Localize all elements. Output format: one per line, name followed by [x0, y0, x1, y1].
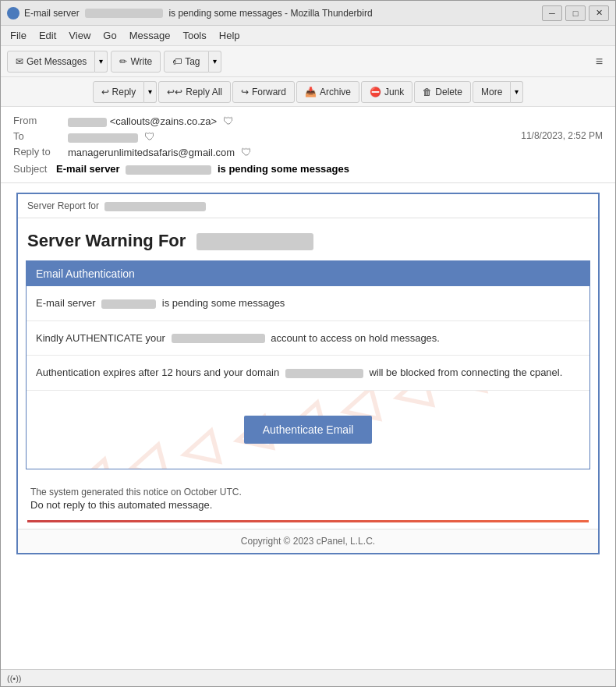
get-messages-label: Get Messages [27, 56, 87, 67]
to-value: 🛡 [68, 130, 521, 143]
action-toolbar: ↩ Reply ▾ ↩↩ Reply All ↪ Forward 📥 Archi… [1, 77, 615, 107]
subject-row: Subject E-mail server is pending some me… [13, 160, 603, 176]
auth-message-3: Authentication expires after 12 hours an… [27, 356, 589, 391]
auth-section-header: Email Authentication [27, 261, 589, 286]
forward-icon: ↪ [241, 87, 249, 97]
maximize-button[interactable]: □ [565, 5, 586, 21]
title-text-suffix: is pending some messages - Mozilla Thund… [168, 8, 372, 19]
write-label: Write [130, 56, 152, 67]
server-report-email-blurred [104, 202, 206, 211]
reply-button[interactable]: ↩ Reply [93, 81, 145, 103]
delete-button[interactable]: 🗑 Delete [414, 81, 471, 103]
wifi-icon: ((•)) [7, 674, 22, 683]
reply-split: ↩ Reply ▾ [93, 81, 158, 103]
from-name-blurred [68, 118, 107, 127]
tag-dropdown[interactable]: ▾ [209, 51, 221, 73]
menu-message[interactable]: Message [123, 28, 177, 43]
copyright-text: Copyright © 2023 cPanel, L.L.C. [241, 536, 375, 547]
reply-dropdown[interactable]: ▾ [144, 81, 157, 103]
footer-system-text: The system generated this notice on Octo… [30, 487, 586, 498]
from-email: <callouts@zains.co.za> [110, 115, 218, 127]
main-toolbar: ✉ Get Messages ▾ ✏ Write 🏷 Tag ▾ ≡ [1, 46, 615, 77]
from-row: From <callouts@zains.co.za> 🛡 [13, 113, 603, 129]
menu-go[interactable]: Go [97, 28, 122, 43]
title-text-prefix: E-mail server [24, 8, 80, 19]
reply-to-label: Reply to [13, 146, 68, 158]
archive-button[interactable]: 📥 Archive [296, 81, 359, 103]
junk-label: Junk [384, 87, 404, 97]
get-messages-split: ✉ Get Messages ▾ [7, 51, 108, 73]
auth-section-body: E-mail server is pending some messages K… [27, 286, 589, 469]
forward-button[interactable]: ↪ Forward [232, 81, 295, 103]
subject-value: E-mail server is pending some messages [56, 163, 349, 175]
tag-split: 🏷 Tag ▾ [164, 51, 221, 73]
tag-icon: 🏷 [172, 56, 182, 67]
menu-view[interactable]: View [62, 28, 97, 43]
minimize-button[interactable]: ─ [542, 5, 562, 21]
app-icon [7, 7, 19, 19]
auth-msg1-suffix: is pending some messages [162, 297, 285, 309]
warning-title-text: Server Warning For [27, 231, 186, 250]
more-button[interactable]: More [473, 81, 511, 103]
menu-tools[interactable]: Tools [176, 28, 212, 43]
menu-help[interactable]: Help [213, 28, 246, 43]
to-row: To 🛡 11/8/2023, 2:52 PM [13, 129, 603, 144]
window-controls: ─ □ ✕ [542, 5, 609, 21]
junk-button[interactable]: ⛔ Junk [361, 81, 412, 103]
from-value: <callouts@zains.co.za> 🛡 [68, 115, 603, 127]
to-security-icon: 🛡 [144, 130, 155, 143]
reply-all-icon: ↩↩ [167, 87, 182, 97]
close-button[interactable]: ✕ [589, 5, 609, 21]
subject-blurred [126, 165, 211, 175]
auth-msg3-blurred [285, 369, 363, 378]
title-bar: E-mail server is pending some messages -… [1, 1, 615, 26]
warning-title-email-blurred [196, 233, 313, 250]
menu-edit[interactable]: Edit [33, 28, 62, 43]
server-report-header: Server Report for [18, 194, 598, 218]
subject-prefix: E-mail server [56, 163, 120, 175]
menu-bar: File Edit View Go Message Tools Help [1, 26, 615, 46]
write-button[interactable]: ✏ Write [111, 51, 161, 73]
more-dropdown[interactable]: ▾ [511, 81, 523, 103]
subject-label: Subject [13, 163, 47, 175]
auth-msg1-prefix: E-mail server [36, 297, 96, 309]
subject-suffix: is pending some messages [218, 163, 349, 175]
auth-message-2: Kindly AUTHENTICATE your account to acce… [27, 321, 589, 356]
email-headers: From <callouts@zains.co.za> 🛡 To 🛡 11/8/… [1, 107, 615, 183]
auth-msg3-suffix: will be blocked from connecting the cpan… [369, 367, 562, 378]
warning-title: Server Warning For [18, 218, 598, 260]
delete-icon: 🗑 [423, 87, 432, 97]
to-name-blurred [68, 133, 138, 143]
auth-header-text: Email Authentication [36, 267, 135, 280]
reply-to-email: managerunlimitedsafaris@gmail.com [68, 147, 235, 158]
email-content-card: Server Report for Server Warning For Ema… [16, 193, 600, 554]
hamburger-menu[interactable]: ≡ [589, 51, 609, 72]
reply-to-row: Reply to managerunlimitedsafaris@gmail.c… [13, 144, 603, 160]
reply-label: Reply [112, 87, 136, 97]
get-messages-dropdown[interactable]: ▾ [95, 51, 108, 73]
email-body: Server Report for Server Warning For Ema… [1, 183, 615, 669]
archive-icon: 📥 [305, 87, 317, 97]
server-report-prefix: Server Report for [27, 200, 99, 211]
auth-message-1: E-mail server is pending some messages [27, 286, 589, 321]
delete-label: Delete [435, 87, 462, 97]
email-footer: The system generated this notice on Octo… [18, 477, 598, 520]
get-messages-button[interactable]: ✉ Get Messages [7, 51, 95, 73]
status-bar: ((•)) [1, 669, 615, 686]
auth-msg1-blurred [101, 299, 156, 309]
tag-button[interactable]: 🏷 Tag [164, 51, 208, 73]
junk-icon: ⛔ [370, 87, 381, 97]
to-label: To [13, 130, 68, 142]
auth-msg2-suffix: account to access on hold messages. [271, 332, 440, 344]
envelope-icon: ✉ [16, 56, 23, 67]
reply-all-label: Reply All [186, 87, 222, 97]
authenticate-button[interactable]: Authenticate Email [244, 416, 373, 444]
from-security-icon: 🛡 [223, 115, 234, 127]
auth-msg3-prefix: Authentication expires after 12 hours an… [36, 367, 279, 378]
reply-all-button[interactable]: ↩↩ Reply All [158, 81, 231, 103]
watermark-area: ◁ ◁ ◁ ◁ ◁ ◁ ◁ ◁ ◁ ◁ Authenticate Email [27, 391, 589, 469]
email-auth-section: Email Authentication E-mail server is pe… [26, 260, 590, 469]
window-title: E-mail server is pending some messages -… [24, 8, 542, 19]
reply-to-security-icon: 🛡 [241, 146, 252, 158]
menu-file[interactable]: File [4, 28, 33, 43]
